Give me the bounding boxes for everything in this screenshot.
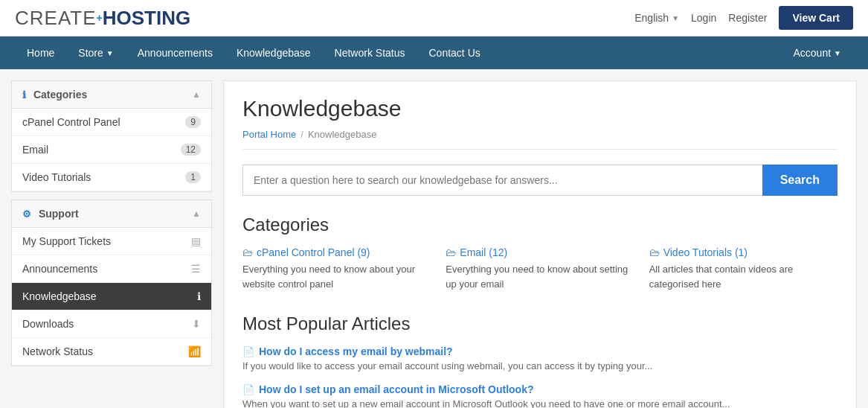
knowledgebase-icon: ℹ — [197, 290, 201, 302]
login-link[interactable]: Login — [691, 12, 716, 24]
top-bar: CREATE+HOSTING English ▼ Login Register … — [0, 0, 868, 36]
sidebar-support-tickets[interactable]: My Support Tickets ▤ — [12, 228, 211, 255]
article-item-2: 📄 How do I set up an email account in Mi… — [242, 383, 838, 408]
nav-bar: Home Store ▼ Announcements Knowledgebase… — [0, 36, 868, 69]
articles-list: 📄 How do I access my email by webmail? I… — [242, 345, 838, 408]
logo: CREATE+HOSTING — [15, 7, 190, 30]
info-icon: ℹ — [22, 89, 26, 101]
sidebar-network-status[interactable]: Network Status 📶 — [12, 338, 211, 366]
sidebar-support-header: ⚙ Support ▲ — [12, 200, 211, 228]
language-selector[interactable]: English ▼ — [634, 12, 679, 24]
announcements-icon: ☰ — [191, 263, 201, 275]
logo-plus: + — [97, 12, 103, 24]
nav-network-status[interactable]: Network Status — [323, 36, 417, 69]
category-link-video[interactable]: 🗁 Video Tutorials (1) — [649, 246, 838, 258]
breadcrumb: Portal Home / Knowledgebase — [242, 129, 838, 150]
sidebar-announcements[interactable]: Announcements ☰ — [12, 255, 211, 283]
search-input[interactable] — [242, 165, 762, 196]
content-area: Knowledgebase Portal Home / Knowledgebas… — [223, 80, 857, 408]
nav-home[interactable]: Home — [15, 36, 66, 69]
sidebar: ℹ Categories ▲ cPanel Control Panel 9 Em… — [11, 80, 212, 374]
search-button[interactable]: Search — [762, 165, 838, 196]
doc-icon-1: 📄 — [242, 346, 254, 357]
tickets-icon: ▤ — [191, 235, 201, 247]
folder-icon-cpanel: 🗁 — [242, 246, 253, 258]
popular-articles-title: Most Popular Articles — [242, 313, 838, 334]
language-label: English — [634, 12, 669, 24]
category-desc-cpanel: Everything you need to know about your w… — [242, 262, 431, 291]
categories-title: Categories — [242, 214, 838, 235]
search-bar: Search — [242, 165, 838, 196]
sidebar-category-video[interactable]: Video Tutorials 1 — [12, 164, 211, 191]
page-title: Knowledgebase — [242, 96, 838, 121]
article-link-1[interactable]: 📄 How do I access my email by webmail? — [242, 345, 838, 357]
article-excerpt-1: If you would like to access your email a… — [242, 360, 838, 373]
top-bar-right: English ▼ Login Register View Cart — [634, 6, 853, 30]
breadcrumb-current: Knowledgebase — [308, 129, 377, 140]
language-arrow-icon: ▼ — [672, 14, 679, 22]
folder-icon-email: 🗁 — [446, 246, 456, 258]
article-item-1: 📄 How do I access my email by webmail? I… — [242, 345, 838, 373]
categories-grid: 🗁 cPanel Control Panel (9) Everything yo… — [242, 246, 838, 291]
categories-collapse-icon[interactable]: ▲ — [192, 89, 201, 100]
category-desc-email: Everything you need to know about settin… — [446, 262, 634, 291]
category-card-cpanel: 🗁 cPanel Control Panel (9) Everything yo… — [242, 246, 431, 291]
store-arrow-icon: ▼ — [106, 49, 114, 57]
register-link[interactable]: Register — [728, 12, 767, 24]
article-link-2[interactable]: 📄 How do I set up an email account in Mi… — [242, 383, 838, 395]
category-card-video: 🗁 Video Tutorials (1) All articles that … — [649, 246, 838, 291]
category-link-cpanel[interactable]: 🗁 cPanel Control Panel (9) — [242, 246, 431, 258]
article-excerpt-2: When you want to set up a new email acco… — [242, 398, 838, 408]
sidebar-downloads[interactable]: Downloads ⬇ — [12, 310, 211, 338]
support-icon: ⚙ — [22, 208, 31, 220]
main-layout: ℹ Categories ▲ cPanel Control Panel 9 Em… — [0, 69, 868, 408]
doc-icon-2: 📄 — [242, 384, 254, 395]
category-card-email: 🗁 Email (12) Everything you need to know… — [446, 246, 634, 291]
downloads-icon: ⬇ — [192, 318, 201, 330]
account-arrow-icon: ▼ — [834, 49, 841, 57]
logo-hosting: HOSTING — [103, 7, 190, 30]
nav-store[interactable]: Store ▼ — [66, 36, 125, 69]
breadcrumb-home[interactable]: Portal Home — [242, 129, 296, 140]
folder-icon-video: 🗁 — [649, 246, 660, 258]
breadcrumb-separator: / — [300, 129, 303, 140]
sidebar-categories-section: ℹ Categories ▲ cPanel Control Panel 9 Em… — [11, 80, 212, 192]
nav-knowledgebase[interactable]: Knowledgebase — [225, 36, 323, 69]
category-link-email[interactable]: 🗁 Email (12) — [446, 246, 634, 258]
sidebar-categories-header: ℹ Categories ▲ — [12, 81, 211, 109]
nav-announcements[interactable]: Announcements — [126, 36, 225, 69]
support-collapse-icon[interactable]: ▲ — [192, 208, 201, 219]
network-icon: 📶 — [188, 345, 201, 357]
logo-create: CREATE — [15, 7, 97, 30]
sidebar-support-section: ⚙ Support ▲ My Support Tickets ▤ Announc… — [11, 200, 212, 366]
sidebar-category-email[interactable]: Email 12 — [12, 136, 211, 164]
sidebar-category-cpanel[interactable]: cPanel Control Panel 9 — [12, 109, 211, 136]
category-desc-video: All articles that contain videos are cat… — [649, 262, 838, 291]
view-cart-button[interactable]: View Cart — [779, 6, 853, 30]
sidebar-categories-list: cPanel Control Panel 9 Email 12 Video Tu… — [12, 109, 211, 191]
nav-contact-us[interactable]: Contact Us — [417, 36, 492, 69]
nav-account[interactable]: Account ▼ — [782, 36, 854, 69]
sidebar-knowledgebase[interactable]: Knowledgebase ℹ — [12, 283, 211, 310]
